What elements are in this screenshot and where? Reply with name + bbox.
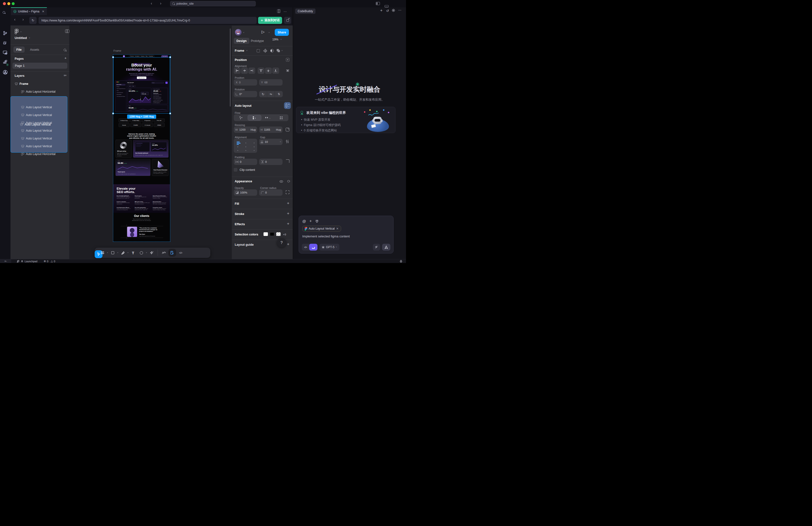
gap-settings-icon[interactable] xyxy=(286,140,289,143)
toggle-left-panel-icon[interactable] xyxy=(376,2,380,5)
align-h-center-button[interactable] xyxy=(241,67,248,74)
layer-auto-layout-vertical[interactable]: Auto Layout Vertical xyxy=(12,143,68,149)
rail-remote-preview-icon[interactable] xyxy=(3,50,8,55)
codebuddy-tab[interactable]: CodeBuddy xyxy=(295,9,316,14)
component-icon[interactable] xyxy=(257,49,260,52)
create-component-icon[interactable] xyxy=(263,49,267,52)
reload-button[interactable]: ↻ xyxy=(29,17,37,24)
visibility-eye-icon[interactable] xyxy=(280,180,283,183)
selection-handle[interactable] xyxy=(169,56,171,58)
launchpad-button[interactable]: Launchpad xyxy=(17,260,37,263)
corner-radius-input[interactable]: 0 xyxy=(259,190,282,196)
chat-input-card[interactable]: @ + Auto Layout Vertical ✕ Implement sel… xyxy=(299,216,394,254)
distribute-menu-icon[interactable] xyxy=(285,67,291,74)
rail-source-control-icon[interactable] xyxy=(3,31,8,36)
align-right-button[interactable] xyxy=(248,67,255,74)
collapse-panel-icon[interactable] xyxy=(65,30,69,33)
close-tab-icon[interactable]: ✕ xyxy=(42,10,44,13)
more-selection-colors[interactable]: +9 xyxy=(283,233,286,236)
frame-target-icon[interactable] xyxy=(286,58,289,61)
x-position-input[interactable]: X0 xyxy=(234,79,257,86)
file-name[interactable]: Untitled xyxy=(15,36,27,40)
height-sizing-mode[interactable]: Hug xyxy=(276,128,281,131)
chat-input-text[interactable]: Implement selected figma content xyxy=(302,235,390,238)
horizontal-padding-input[interactable]: 0 xyxy=(234,159,257,165)
align-bottom-button[interactable] xyxy=(272,67,279,74)
blend-droplet-icon[interactable] xyxy=(287,180,290,183)
width-sizing-mode[interactable]: Hug xyxy=(250,128,256,131)
present-play-icon[interactable]: ▷ xyxy=(262,30,264,34)
figma-logo-icon[interactable] xyxy=(15,29,18,34)
auto-layout-active-icon[interactable]: ✓ xyxy=(284,102,291,109)
tab-assets[interactable]: Assets xyxy=(28,47,42,52)
dev-mode-toggle-selected[interactable] xyxy=(168,249,176,257)
layer-frame[interactable]: Frame xyxy=(12,81,68,87)
open-external-button[interactable] xyxy=(284,17,291,24)
selection-handle[interactable] xyxy=(112,56,114,58)
share-button[interactable]: Share xyxy=(275,29,289,36)
code-mode-icon[interactable]: </> xyxy=(177,249,185,257)
flow-horizontal-button[interactable]: → xyxy=(261,115,275,121)
layer-auto-layout-horizontal[interactable]: Auto Layout Horizontal xyxy=(12,89,68,95)
canvas-scrollbar[interactable] xyxy=(230,29,231,106)
rotate-90-button[interactable]: ↻ xyxy=(259,91,267,97)
ai-actions-tool[interactable] xyxy=(148,249,156,257)
avatar[interactable] xyxy=(235,29,242,35)
frame-tool-chevron-icon[interactable]: ∨ xyxy=(107,252,108,254)
mcp-plug-icon[interactable] xyxy=(315,220,319,223)
page-row-page1[interactable]: Page 1 xyxy=(12,63,67,69)
layer-auto-layout-vertical[interactable]: Auto Layout Vertical xyxy=(12,120,68,126)
ellipse-tool-chevron-icon[interactable]: ∨ xyxy=(146,252,147,254)
selection-handle[interactable] xyxy=(112,112,114,114)
selection-color-white[interactable] xyxy=(263,232,268,236)
opacity-input[interactable]: 100% xyxy=(234,190,257,196)
avatar-chevron-icon[interactable]: ∨ xyxy=(243,32,245,33)
alignment-pad[interactable] xyxy=(234,139,257,153)
help-button[interactable]: ? xyxy=(277,238,286,247)
file-name-chevron-icon[interactable]: ∨ xyxy=(29,37,30,39)
flip-vertical-button[interactable]: ⇅ xyxy=(275,91,283,97)
send-button[interactable] xyxy=(382,244,390,251)
zoom-menu[interactable]: 19% ∨ xyxy=(272,38,282,41)
flip-horizontal-button[interactable]: ⇋ xyxy=(267,91,275,97)
present-chevron-icon[interactable]: ∨ xyxy=(269,32,270,33)
url-input[interactable]: https://www.figma.com/design/nNNNFAsnF5x… xyxy=(39,17,257,24)
shape-tool-chevron-icon[interactable]: ∨ xyxy=(117,252,119,254)
align-top-button[interactable] xyxy=(258,67,264,74)
selection-type-menu[interactable]: Frame ∨ xyxy=(235,49,248,52)
settings-gear-icon[interactable] xyxy=(392,9,395,13)
rail-share-graph-icon[interactable] xyxy=(3,70,8,75)
layer-auto-layout-vertical[interactable]: Auto Layout Vertical xyxy=(12,104,68,110)
new-chat-icon[interactable]: + xyxy=(380,8,382,13)
page-forward-button[interactable]: › xyxy=(23,17,24,21)
layer-auto-layout-vertical[interactable]: Auto Layout Vertical xyxy=(12,135,68,141)
clip-content-checkbox[interactable] xyxy=(234,168,237,171)
rectangle-tool[interactable] xyxy=(109,249,117,257)
tab-untitled-figma[interactable]: Untitled – Figma ✕ xyxy=(11,7,47,15)
rail-extensions-icon[interactable]: 1 xyxy=(3,60,8,65)
pen-tool[interactable] xyxy=(119,249,127,257)
enhance-prompt-icon[interactable] xyxy=(373,244,380,251)
draw-mode-icon[interactable] xyxy=(160,249,168,257)
figma-canvas[interactable]: Frame Features Developers Company Blog C… xyxy=(70,26,232,259)
layer-auto-layout-horizontal[interactable]: Auto Layout Horizontal xyxy=(12,151,68,157)
add-fill-icon[interactable]: + xyxy=(287,201,289,206)
mention-icon[interactable]: @ xyxy=(302,219,306,223)
align-left-button[interactable] xyxy=(234,67,241,74)
figma-context-chip[interactable]: Auto Layout Vertical ✕ xyxy=(302,226,341,231)
collapse-panel-button[interactable]: ✕‹ xyxy=(0,259,11,263)
chat-mode-button-selected[interactable] xyxy=(309,244,317,251)
gap-input[interactable]: 10 ∨ xyxy=(259,139,282,145)
frame-label[interactable]: Frame xyxy=(114,49,121,52)
rotation-input[interactable]: 0° xyxy=(234,91,257,97)
attach-plus-icon[interactable]: + xyxy=(309,219,311,223)
code-mode-button[interactable]: </> xyxy=(302,244,309,251)
notifications-bell-icon[interactable] xyxy=(400,259,403,263)
independent-padding-icon[interactable] xyxy=(286,160,289,163)
design-frame[interactable]: Features Developers Company Blog Changel… xyxy=(113,55,170,242)
add-layout-guide-icon[interactable]: + xyxy=(287,242,289,247)
add-page-icon[interactable]: + xyxy=(64,56,67,60)
y-position-input[interactable]: Y68 xyxy=(259,79,282,86)
figma-menu-chevron-icon[interactable]: ∨ xyxy=(20,31,22,33)
tab-design[interactable]: Design xyxy=(234,38,249,44)
